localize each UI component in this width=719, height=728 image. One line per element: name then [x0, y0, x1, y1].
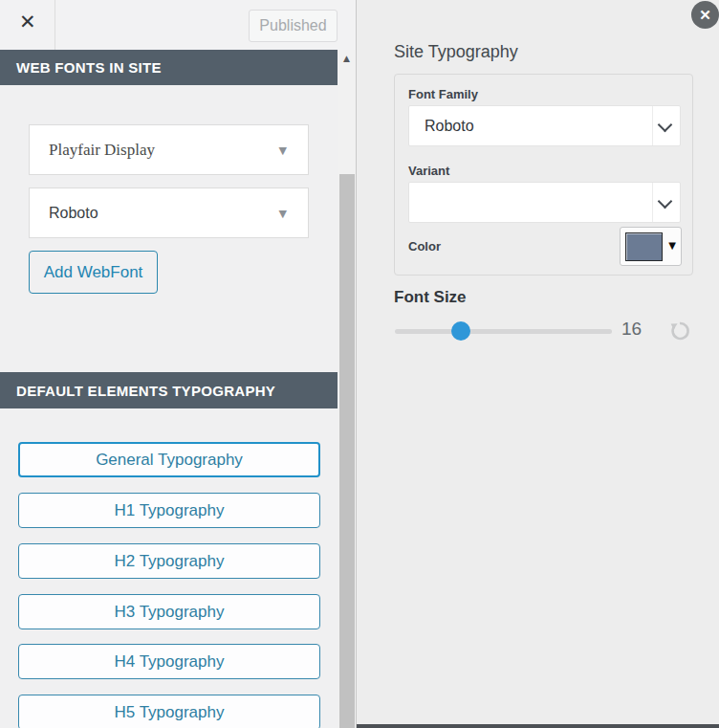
customizer-sidebar: ✕ Published WEB FONTS IN SITE Playfair D… [0, 0, 357, 728]
topbar-divider [54, 0, 55, 50]
web-fonts-section-title: WEB FONTS IN SITE [16, 59, 162, 76]
webfont-dropdown-playfair[interactable]: Playfair Display ▼ [29, 124, 309, 175]
font-size-slider-track[interactable] [395, 329, 612, 334]
chevron-down-icon [658, 194, 673, 210]
h1-typography-button[interactable]: H1 Typography [18, 493, 320, 528]
site-typography-title: Site Typography [394, 42, 518, 62]
dropdown-arrow-icon: ▼ [279, 143, 287, 156]
font-size-label: Font Size [394, 288, 467, 307]
dropdown-arrow-icon: ▼ [279, 207, 287, 219]
sidebar-topbar: ✕ Published [0, 0, 356, 50]
close-icon[interactable]: ✕ [19, 11, 36, 32]
font-family-select[interactable]: Roboto [408, 105, 681, 146]
h5-typography-button[interactable]: H5 Typography [18, 695, 320, 728]
panel-close-icon[interactable]: ✕ [691, 1, 719, 29]
web-fonts-section-header: WEB FONTS IN SITE [0, 50, 338, 85]
color-picker-button[interactable]: ▼ [620, 227, 682, 266]
font-family-label: Font Family [408, 87, 478, 101]
color-swatch [625, 232, 663, 261]
scrollbar-thumb[interactable] [339, 174, 355, 728]
webfont-dropdown-roboto[interactable]: Roboto ▼ [29, 188, 309, 238]
add-webfont-button[interactable]: Add WebFont [29, 251, 158, 294]
h4-typography-button[interactable]: H4 Typography [18, 644, 320, 679]
customizer-app: ✕ Published WEB FONTS IN SITE Playfair D… [0, 0, 719, 728]
variant-select[interactable] [408, 182, 681, 223]
h2-typography-button[interactable]: H2 Typography [18, 543, 320, 579]
select-chevron-zone [652, 106, 680, 145]
reset-icon[interactable] [668, 320, 691, 342]
font-size-slider-handle[interactable] [451, 321, 470, 341]
default-elements-section-header: DEFAULT ELEMENTS TYPOGRAPHY [0, 372, 338, 408]
color-caret-icon: ▼ [668, 240, 676, 251]
color-label: Color [408, 239, 441, 254]
font-family-value: Roboto [425, 106, 474, 145]
default-elements-section-title: DEFAULT ELEMENTS TYPOGRAPHY [16, 383, 275, 399]
scrollbar-up-arrow-icon[interactable]: ▲ [338, 54, 356, 63]
variant-label: Variant [408, 164, 449, 178]
font-size-value: 16 [621, 319, 642, 340]
preview-page-edge [357, 724, 719, 728]
h3-typography-button[interactable]: H3 Typography [18, 594, 320, 629]
select-chevron-zone [652, 183, 680, 222]
webfont-dropdown-value: Playfair Display [49, 141, 155, 160]
chevron-down-icon [658, 118, 673, 133]
general-typography-button[interactable]: General Typography [18, 442, 320, 477]
webfont-dropdown-value: Roboto [49, 205, 98, 222]
published-button[interactable]: Published [249, 10, 338, 42]
